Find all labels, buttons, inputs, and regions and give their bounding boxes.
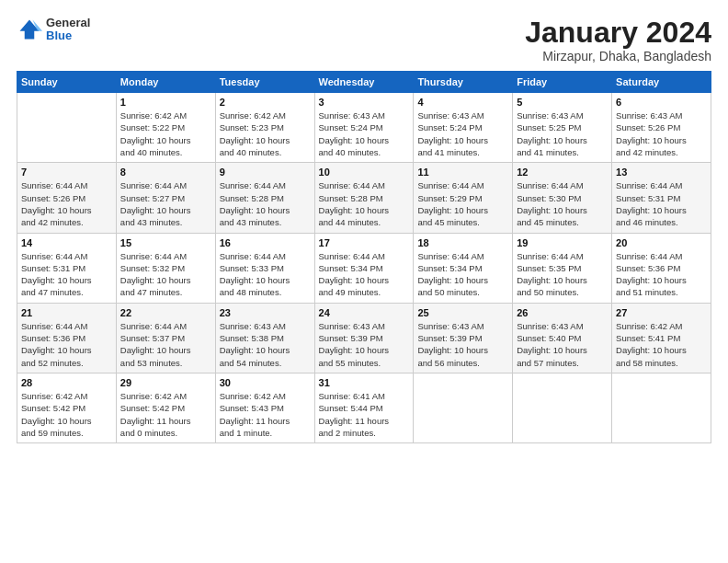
- day-info: Sunrise: 6:43 AM Sunset: 5:26 PM Dayligh…: [616, 109, 707, 158]
- day-info: Sunrise: 6:42 AM Sunset: 5:41 PM Dayligh…: [616, 320, 707, 369]
- day-info: Sunrise: 6:44 AM Sunset: 5:33 PM Dayligh…: [220, 250, 311, 299]
- day-info: Sunrise: 6:44 AM Sunset: 5:34 PM Dayligh…: [417, 250, 508, 299]
- day-cell: 13Sunrise: 6:44 AM Sunset: 5:31 PM Dayli…: [612, 163, 711, 233]
- logo-general-label: General: [46, 17, 90, 29]
- day-info: Sunrise: 6:44 AM Sunset: 5:32 PM Dayligh…: [120, 250, 211, 299]
- day-number: 27: [616, 307, 707, 318]
- day-number: 26: [517, 307, 608, 318]
- day-cell: 24Sunrise: 6:43 AM Sunset: 5:39 PM Dayli…: [314, 303, 414, 373]
- day-number: 24: [319, 307, 410, 318]
- day-number: 20: [616, 237, 707, 248]
- day-number: 15: [120, 237, 211, 248]
- calendar-subtitle: Mirzapur, Dhaka, Bangladesh: [525, 49, 711, 63]
- day-info: Sunrise: 6:44 AM Sunset: 5:30 PM Dayligh…: [517, 179, 608, 228]
- day-cell: 25Sunrise: 6:43 AM Sunset: 5:39 PM Dayli…: [414, 303, 513, 373]
- logo-text: General Blue: [46, 17, 90, 43]
- day-cell: 27Sunrise: 6:42 AM Sunset: 5:41 PM Dayli…: [612, 303, 711, 373]
- day-info: Sunrise: 6:43 AM Sunset: 5:39 PM Dayligh…: [319, 320, 410, 369]
- day-info: Sunrise: 6:43 AM Sunset: 5:38 PM Dayligh…: [220, 320, 311, 369]
- day-number: 10: [319, 167, 410, 178]
- day-number: 2: [220, 97, 311, 108]
- day-info: Sunrise: 6:44 AM Sunset: 5:27 PM Dayligh…: [120, 179, 211, 228]
- day-info: Sunrise: 6:42 AM Sunset: 5:42 PM Dayligh…: [21, 390, 112, 439]
- day-info: Sunrise: 6:43 AM Sunset: 5:39 PM Dayligh…: [417, 320, 508, 369]
- day-number: 5: [517, 97, 608, 108]
- day-cell: [612, 373, 711, 442]
- col-friday: Friday: [513, 72, 612, 93]
- day-number: 29: [120, 377, 211, 388]
- col-thursday: Thursday: [414, 72, 513, 93]
- svg-marker-0: [20, 20, 40, 40]
- day-number: 11: [417, 167, 508, 178]
- col-tuesday: Tuesday: [215, 72, 314, 93]
- day-info: Sunrise: 6:43 AM Sunset: 5:40 PM Dayligh…: [517, 320, 608, 369]
- day-cell: [513, 373, 612, 442]
- day-cell: 28Sunrise: 6:42 AM Sunset: 5:42 PM Dayli…: [17, 373, 117, 442]
- day-number: 4: [417, 97, 508, 108]
- day-cell: 20Sunrise: 6:44 AM Sunset: 5:36 PM Dayli…: [612, 233, 711, 303]
- day-cell: 1Sunrise: 6:42 AM Sunset: 5:22 PM Daylig…: [116, 93, 215, 163]
- week-row-4: 21Sunrise: 6:44 AM Sunset: 5:36 PM Dayli…: [17, 303, 711, 373]
- day-cell: 23Sunrise: 6:43 AM Sunset: 5:38 PM Dayli…: [215, 303, 314, 373]
- day-number: 3: [319, 97, 410, 108]
- day-number: 12: [517, 167, 608, 178]
- day-number: 19: [517, 237, 608, 248]
- day-number: 28: [21, 377, 112, 388]
- header-row: Sunday Monday Tuesday Wednesday Thursday…: [17, 72, 711, 93]
- day-number: 18: [417, 237, 508, 248]
- col-monday: Monday: [116, 72, 215, 93]
- day-cell: 8Sunrise: 6:44 AM Sunset: 5:27 PM Daylig…: [116, 163, 215, 233]
- col-wednesday: Wednesday: [314, 72, 414, 93]
- day-info: Sunrise: 6:44 AM Sunset: 5:35 PM Dayligh…: [517, 250, 608, 299]
- day-cell: 21Sunrise: 6:44 AM Sunset: 5:36 PM Dayli…: [17, 303, 117, 373]
- day-info: Sunrise: 6:41 AM Sunset: 5:44 PM Dayligh…: [319, 390, 410, 439]
- week-row-3: 14Sunrise: 6:44 AM Sunset: 5:31 PM Dayli…: [17, 233, 711, 303]
- day-info: Sunrise: 6:43 AM Sunset: 5:24 PM Dayligh…: [417, 109, 508, 158]
- day-info: Sunrise: 6:42 AM Sunset: 5:23 PM Dayligh…: [220, 109, 311, 158]
- logo-icon: [17, 17, 42, 42]
- logo: General Blue: [17, 17, 90, 43]
- week-row-1: 1Sunrise: 6:42 AM Sunset: 5:22 PM Daylig…: [17, 93, 711, 163]
- page: General Blue January 2024 Mirzapur, Dhak…: [0, 0, 728, 563]
- day-number: 25: [417, 307, 508, 318]
- day-info: Sunrise: 6:44 AM Sunset: 5:36 PM Dayligh…: [616, 250, 707, 299]
- header: General Blue January 2024 Mirzapur, Dhak…: [17, 17, 711, 63]
- day-number: 14: [21, 237, 112, 248]
- day-info: Sunrise: 6:44 AM Sunset: 5:31 PM Dayligh…: [21, 250, 112, 299]
- title-area: January 2024 Mirzapur, Dhaka, Bangladesh: [525, 17, 711, 63]
- week-row-2: 7Sunrise: 6:44 AM Sunset: 5:26 PM Daylig…: [17, 163, 711, 233]
- day-cell: 12Sunrise: 6:44 AM Sunset: 5:30 PM Dayli…: [513, 163, 612, 233]
- day-cell: 29Sunrise: 6:42 AM Sunset: 5:42 PM Dayli…: [116, 373, 215, 442]
- calendar-title: January 2024: [525, 17, 711, 49]
- day-number: 1: [120, 97, 211, 108]
- day-cell: 22Sunrise: 6:44 AM Sunset: 5:37 PM Dayli…: [116, 303, 215, 373]
- day-cell: 11Sunrise: 6:44 AM Sunset: 5:29 PM Dayli…: [414, 163, 513, 233]
- day-number: 6: [616, 97, 707, 108]
- day-cell: 7Sunrise: 6:44 AM Sunset: 5:26 PM Daylig…: [17, 163, 117, 233]
- week-row-5: 28Sunrise: 6:42 AM Sunset: 5:42 PM Dayli…: [17, 373, 711, 442]
- day-cell: 30Sunrise: 6:42 AM Sunset: 5:43 PM Dayli…: [215, 373, 314, 442]
- day-cell: 5Sunrise: 6:43 AM Sunset: 5:25 PM Daylig…: [513, 93, 612, 163]
- day-number: 8: [120, 167, 211, 178]
- day-info: Sunrise: 6:44 AM Sunset: 5:29 PM Dayligh…: [417, 179, 508, 228]
- day-number: 22: [120, 307, 211, 318]
- day-number: 30: [220, 377, 311, 388]
- day-cell: 15Sunrise: 6:44 AM Sunset: 5:32 PM Dayli…: [116, 233, 215, 303]
- day-cell: 18Sunrise: 6:44 AM Sunset: 5:34 PM Dayli…: [414, 233, 513, 303]
- day-cell: 10Sunrise: 6:44 AM Sunset: 5:28 PM Dayli…: [314, 163, 414, 233]
- day-info: Sunrise: 6:43 AM Sunset: 5:24 PM Dayligh…: [319, 109, 410, 158]
- day-info: Sunrise: 6:44 AM Sunset: 5:26 PM Dayligh…: [21, 179, 112, 228]
- day-info: Sunrise: 6:42 AM Sunset: 5:42 PM Dayligh…: [120, 390, 211, 439]
- calendar-table: Sunday Monday Tuesday Wednesday Thursday…: [17, 71, 711, 443]
- day-cell: 6Sunrise: 6:43 AM Sunset: 5:26 PM Daylig…: [612, 93, 711, 163]
- day-cell: 9Sunrise: 6:44 AM Sunset: 5:28 PM Daylig…: [215, 163, 314, 233]
- day-info: Sunrise: 6:44 AM Sunset: 5:28 PM Dayligh…: [319, 179, 410, 228]
- day-number: 17: [319, 237, 410, 248]
- day-number: 31: [319, 377, 410, 388]
- day-cell: 17Sunrise: 6:44 AM Sunset: 5:34 PM Dayli…: [314, 233, 414, 303]
- day-info: Sunrise: 6:44 AM Sunset: 5:34 PM Dayligh…: [319, 250, 410, 299]
- day-cell: 14Sunrise: 6:44 AM Sunset: 5:31 PM Dayli…: [17, 233, 117, 303]
- day-number: 9: [220, 167, 311, 178]
- day-info: Sunrise: 6:44 AM Sunset: 5:28 PM Dayligh…: [220, 179, 311, 228]
- day-number: 23: [220, 307, 311, 318]
